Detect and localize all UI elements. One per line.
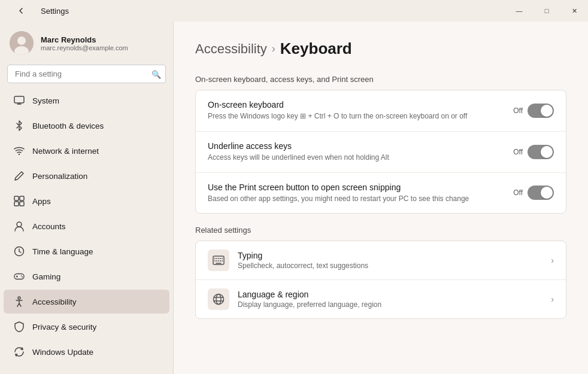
onscreen-keyboard-row: On-screen keyboard Press the Windows log…	[196, 90, 566, 132]
bluetooth-icon	[13, 120, 25, 132]
section2-title: Related settings	[195, 226, 566, 235]
onscreen-keyboard-toggle-label: Off	[513, 107, 523, 115]
svg-point-16	[21, 275, 22, 276]
language-region-row[interactable]: Language & region Display language, pref…	[196, 280, 566, 318]
shield-icon	[13, 321, 25, 333]
breadcrumb-separator: ›	[272, 42, 275, 55]
sidebar-item-network[interactable]: Network & internet	[4, 139, 169, 163]
print-screen-toggle[interactable]	[528, 186, 554, 200]
sidebar-item-gaming[interactable]: Gaming	[4, 264, 169, 288]
underline-keys-toggle-label: Off	[513, 148, 523, 156]
sidebar-label-bluetooth: Bluetooth & devices	[32, 121, 104, 130]
sidebar-item-update[interactable]: Windows Update	[4, 340, 169, 364]
sidebar-label-privacy: Privacy & security	[32, 323, 96, 332]
system-icon	[13, 95, 25, 107]
sidebar-label-system: System	[32, 96, 59, 105]
user-name: Marc Reynolds	[41, 35, 128, 44]
svg-rect-10	[20, 202, 24, 206]
svg-point-6	[19, 154, 20, 155]
breadcrumb-current: Keyboard	[280, 39, 352, 58]
sidebar: Marc Reynolds marc.reynolds@example.com …	[0, 22, 174, 374]
update-icon	[13, 346, 25, 358]
sidebar-label-accessibility: Accessibility	[32, 297, 77, 306]
print-screen-title: Use the Print screen button to open scre…	[208, 183, 501, 192]
sidebar-label-personalization: Personalization	[32, 172, 87, 181]
titlebar: Settings — □ ✕	[0, 0, 588, 22]
underline-access-keys-row: Underline access keys Access keys will b…	[196, 132, 566, 173]
close-button[interactable]: ✕	[560, 0, 588, 22]
globe-icon	[213, 293, 225, 305]
section1-title: On-screen keyboard, access keys, and Pri…	[195, 75, 566, 84]
typing-row[interactable]: Typing Spellcheck, autocorrect, text sug…	[196, 241, 566, 280]
svg-rect-3	[14, 96, 24, 103]
print-screen-desc: Based on other app settings, you might n…	[208, 194, 501, 204]
search-box[interactable]: 🔍	[7, 65, 166, 83]
main-content: Accessibility › Keyboard On-screen keybo…	[174, 22, 588, 374]
sidebar-label-accounts: Accounts	[32, 222, 66, 231]
print-screen-row: Use the Print screen button to open scre…	[196, 173, 566, 214]
maximize-button[interactable]: □	[533, 0, 560, 22]
accessibility-icon	[13, 296, 25, 308]
gaming-icon	[13, 270, 25, 282]
typing-icon-box	[208, 250, 229, 271]
language-region-chevron: ›	[551, 294, 554, 304]
sidebar-label-network: Network & internet	[32, 147, 99, 156]
typing-desc: Spellcheck, autocorrect, text suggestion…	[238, 262, 551, 270]
typing-title: Typing	[238, 251, 551, 260]
user-email: marc.reynolds@example.com	[41, 44, 128, 51]
typing-chevron: ›	[551, 256, 554, 265]
avatar	[10, 31, 34, 55]
svg-point-11	[17, 222, 22, 227]
svg-point-18	[18, 297, 20, 299]
svg-point-17	[22, 276, 23, 278]
svg-rect-9	[14, 202, 19, 206]
apps-icon	[13, 195, 25, 207]
sidebar-item-bluetooth[interactable]: Bluetooth & devices	[4, 114, 169, 138]
breadcrumb-parent[interactable]: Accessibility	[195, 41, 267, 57]
sidebar-item-privacy[interactable]: Privacy & security	[4, 315, 169, 339]
sidebar-item-system[interactable]: System	[4, 89, 169, 112]
back-button[interactable]	[7, 0, 35, 22]
search-input[interactable]	[7, 65, 166, 83]
underline-keys-desc: Access keys will be underlined even when…	[208, 153, 501, 163]
svg-rect-8	[20, 196, 24, 200]
sidebar-label-update: Windows Update	[32, 348, 93, 357]
window-title: Settings	[41, 7, 69, 16]
underline-keys-title: Underline access keys	[208, 141, 501, 151]
sidebar-item-accessibility[interactable]: Accessibility	[4, 290, 169, 314]
related-settings-card: Typing Spellcheck, autocorrect, text sug…	[195, 241, 566, 319]
onscreen-keyboard-card: On-screen keyboard Press the Windows log…	[195, 90, 566, 214]
accounts-icon	[13, 220, 25, 232]
sidebar-label-time: Time & language	[32, 247, 93, 256]
sidebar-label-gaming: Gaming	[32, 272, 60, 281]
minimize-button[interactable]: —	[505, 0, 533, 22]
breadcrumb: Accessibility › Keyboard	[195, 39, 566, 58]
keyboard-icon	[213, 256, 225, 265]
svg-point-32	[216, 294, 221, 305]
print-screen-toggle-label: Off	[513, 188, 523, 197]
svg-point-1	[17, 37, 26, 45]
personalization-icon	[13, 170, 25, 182]
onscreen-keyboard-desc: Press the Windows logo key ⊞ + Ctrl + O …	[208, 111, 501, 121]
onscreen-keyboard-title: On-screen keyboard	[208, 100, 501, 110]
sidebar-item-accounts[interactable]: Accounts	[4, 214, 169, 238]
time-icon	[13, 245, 25, 257]
svg-rect-13	[14, 274, 24, 279]
sidebar-item-personalization[interactable]: Personalization	[4, 164, 169, 188]
sidebar-item-time[interactable]: Time & language	[4, 239, 169, 263]
svg-point-31	[214, 294, 224, 305]
language-region-title: Language & region	[238, 290, 551, 299]
svg-rect-7	[14, 196, 19, 200]
user-profile[interactable]: Marc Reynolds marc.reynolds@example.com	[0, 22, 173, 62]
underline-keys-toggle[interactable]	[528, 145, 554, 159]
sidebar-label-apps: Apps	[32, 197, 51, 206]
sidebar-item-apps[interactable]: Apps	[4, 189, 169, 213]
language-icon-box	[208, 288, 229, 310]
onscreen-keyboard-toggle[interactable]	[528, 104, 554, 118]
search-icon: 🔍	[151, 69, 161, 78]
language-region-desc: Display language, preferred language, re…	[238, 300, 551, 309]
network-icon	[13, 145, 25, 157]
